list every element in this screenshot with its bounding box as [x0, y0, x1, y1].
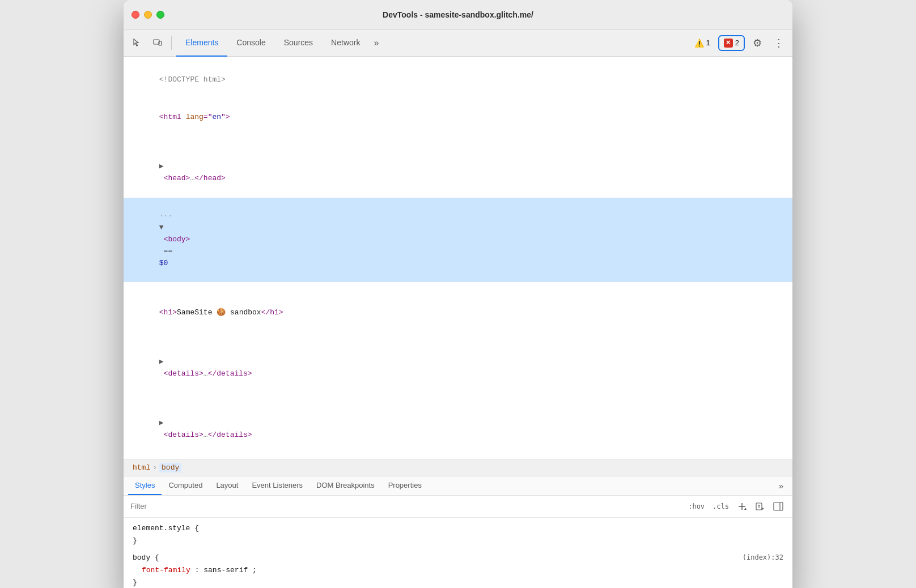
dom-line-doctype[interactable]: <!DOCTYPE html>	[124, 61, 792, 99]
css-prop-name: font-family	[142, 566, 190, 574]
css-rule-close-body: }	[133, 577, 783, 588]
details1-arrow[interactable]: ▶	[159, 357, 164, 366]
tab-console[interactable]: Console	[227, 29, 274, 57]
filter-actions: :hov .cls	[686, 499, 786, 514]
more-menu-button[interactable]: ⋮	[770, 34, 788, 52]
dom-line-body[interactable]: ··· ▼ <body> == $0	[124, 198, 792, 283]
body-dots: ···	[159, 212, 172, 220]
warning-icon: ⚠️	[694, 39, 704, 48]
plus-icon	[737, 502, 747, 511]
breadcrumb-html[interactable]: html	[133, 463, 150, 472]
styles-tab-dom-breakpoints[interactable]: DOM Breakpoints	[309, 476, 381, 495]
traffic-lights	[132, 11, 164, 19]
dom-line-html[interactable]: <html lang="en">	[124, 99, 792, 136]
error-icon: ✕	[724, 39, 733, 48]
devtools-toolbar: Elements Console Sources Network » ⚠️ 1 …	[124, 29, 792, 57]
error-badge-button[interactable]: ✕ 2	[718, 35, 745, 51]
titlebar: DevTools - samesite-sandbox.glitch.me/	[124, 0, 792, 29]
css-property-font-family[interactable]: font-family : sans-serif ;	[133, 564, 783, 577]
warning-badge-button[interactable]: ⚠️ 1	[690, 36, 715, 50]
css-prop-value: sans-serif	[203, 566, 248, 574]
body-equals: ==	[159, 247, 177, 255]
close-button[interactable]	[132, 11, 139, 19]
css-rule-close-element: }	[133, 535, 783, 547]
styles-more-tabs[interactable]: »	[774, 476, 788, 495]
head-arrow[interactable]: ▶	[159, 162, 164, 171]
minimize-button[interactable]	[144, 11, 152, 19]
styles-tab-properties[interactable]: Properties	[381, 476, 429, 495]
details2-arrow[interactable]: ▶	[159, 419, 164, 427]
styles-panel: Styles Computed Layout Event Listeners D…	[124, 476, 792, 589]
css-rule-selector-body[interactable]: body { (index):32	[133, 552, 783, 564]
svg-rect-4	[756, 503, 762, 510]
toolbar-more-tabs[interactable]: »	[369, 29, 383, 57]
css-rule-selector-element[interactable]: element.style {	[133, 522, 783, 535]
styles-tab-layout[interactable]: Layout	[209, 476, 245, 495]
breadcrumb-separator: ›	[152, 463, 157, 472]
dom-line-head[interactable]: ▶ <head>…</head>	[124, 137, 792, 198]
tab-network[interactable]: Network	[322, 29, 369, 57]
hov-button[interactable]: :hov	[686, 501, 707, 512]
body-arrow[interactable]: ▼	[159, 223, 164, 232]
css-content: element.style { } body { (index):32 font…	[124, 518, 792, 589]
tab-elements[interactable]: Elements	[176, 29, 227, 57]
cls-button[interactable]: .cls	[710, 501, 731, 512]
warning-count: 1	[706, 39, 710, 47]
html-open-tag: <html	[159, 113, 186, 121]
styles-tabs: Styles Computed Layout Event Listeners D…	[124, 476, 792, 496]
toolbar-divider	[171, 36, 172, 50]
add-style-rule-button[interactable]	[735, 499, 749, 514]
inspect-element-button[interactable]	[128, 34, 146, 52]
toolbar-tabs: Elements Console Sources Network »	[176, 29, 688, 57]
lang-value: en	[212, 113, 221, 121]
style-rule-icon	[755, 501, 765, 512]
tab-sources[interactable]: Sources	[275, 29, 322, 57]
css-rule-element-style: element.style { }	[133, 522, 783, 547]
window-title: DevTools - samesite-sandbox.glitch.me/	[383, 10, 533, 19]
dom-line-details2[interactable]: ▶ <details>…</details>	[124, 393, 792, 454]
filter-input[interactable]	[130, 502, 681, 510]
breadcrumb-bar: html › body	[124, 459, 792, 476]
svg-rect-7	[774, 502, 783, 510]
device-icon	[152, 38, 163, 48]
toolbar-right: ⚠️ 1 ✕ 2 ⚙ ⋮	[690, 34, 788, 52]
maximize-button[interactable]	[156, 11, 164, 19]
h1-text: SameSite 🍪 sandbox	[177, 308, 261, 317]
dom-panel: <!DOCTYPE html> <html lang="en"> ▶ <head…	[124, 57, 792, 459]
dom-line-details1[interactable]: ▶ <details>…</details>	[124, 332, 792, 393]
dom-line-h1[interactable]: <h1>SameSite 🍪 sandbox</h1>	[124, 282, 792, 331]
device-toggle-button[interactable]	[149, 34, 167, 52]
devtools-window: DevTools - samesite-sandbox.glitch.me/ E…	[124, 0, 792, 588]
head-tag: <head>	[159, 174, 190, 182]
styles-tab-styles[interactable]: Styles	[128, 476, 162, 495]
lang-attr: lang	[186, 113, 203, 121]
css-source-link[interactable]: (index):32	[743, 552, 783, 563]
h1-tag: <h1>	[159, 308, 177, 317]
toggle-sidebar-button[interactable]	[771, 499, 786, 514]
error-count: 2	[735, 39, 739, 47]
sidebar-icon	[773, 501, 783, 512]
body-tag: <body>	[159, 235, 190, 244]
settings-button[interactable]: ⚙	[748, 34, 766, 52]
styles-tab-computed[interactable]: Computed	[162, 476, 209, 495]
css-rule-body: body { (index):32 font-family : sans-ser…	[133, 552, 783, 588]
breadcrumb-body[interactable]: body	[159, 463, 181, 472]
styles-tab-event-listeners[interactable]: Event Listeners	[245, 476, 309, 495]
cursor-icon	[132, 38, 142, 48]
details1-tag: <details>	[159, 369, 203, 378]
doctype-text: <!DOCTYPE html>	[159, 75, 226, 84]
new-style-rule-button[interactable]	[753, 499, 767, 514]
body-dollar: $0	[159, 259, 168, 267]
filter-bar: :hov .cls	[124, 496, 792, 518]
details2-tag: <details>	[159, 431, 203, 439]
